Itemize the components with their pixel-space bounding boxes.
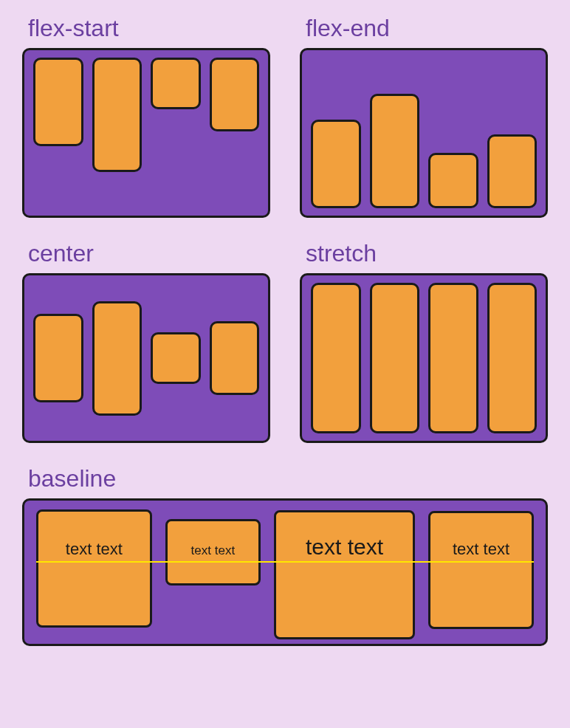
flex-item-text: text text [274,510,415,639]
flex-item [33,314,83,402]
label-flex-end: flex-end [300,15,548,42]
flex-item [428,283,478,433]
flex-item [151,332,201,384]
container-flex-start [22,48,270,218]
diagram-grid: flex-start flex-end center stretch [22,15,548,646]
label-center: center [22,240,270,267]
flex-item [370,283,420,433]
container-baseline: text text text text text text text text [22,498,548,646]
section-flex-start: flex-start [22,15,270,218]
container-stretch [300,273,548,443]
flex-item [210,321,260,395]
flex-item [487,134,538,208]
flex-item [311,283,361,433]
flex-item [370,94,420,208]
flex-item-text: text text [165,519,261,586]
section-center: center [22,240,270,443]
flex-item [487,283,538,433]
flex-item [92,301,142,416]
label-flex-start: flex-start [22,15,270,42]
flex-item [210,58,260,131]
label-baseline: baseline [22,465,548,492]
label-stretch: stretch [300,240,548,267]
container-center [22,273,270,443]
flex-item [311,120,361,208]
flex-item [33,58,83,146]
flex-item [428,153,478,208]
section-baseline: baseline text text text text text text t… [22,465,548,646]
flex-item-text: text text [36,509,152,628]
flex-item [151,58,201,109]
flex-item [92,58,142,172]
baseline-indicator-line [36,561,534,563]
section-stretch: stretch [300,240,548,443]
section-flex-end: flex-end [300,15,548,218]
container-flex-end [300,48,548,218]
flex-item-text: text text [428,511,534,629]
